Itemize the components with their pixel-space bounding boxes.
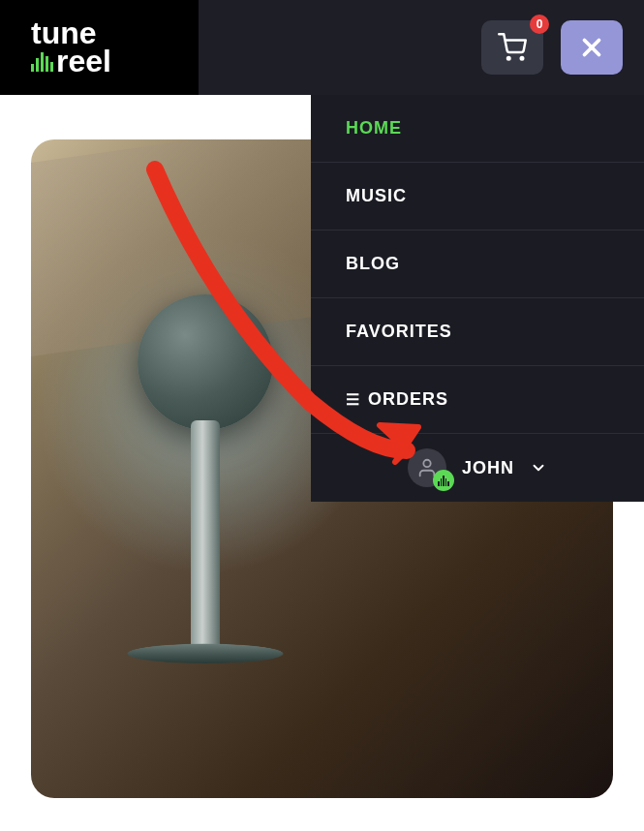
nav-label: MUSIC	[346, 186, 407, 206]
nav-item-orders[interactable]: ☰ ORDERS	[311, 366, 644, 434]
close-icon	[577, 33, 606, 62]
close-menu-button[interactable]	[561, 20, 623, 75]
nav-label: BLOG	[346, 254, 400, 274]
microphone-base	[120, 644, 290, 663]
nav-item-favorites[interactable]: FAVORITES	[311, 298, 644, 366]
brand-line2: reel	[56, 47, 111, 76]
chevron-down-icon	[530, 459, 547, 477]
nav-item-music[interactable]: MUSIC	[311, 163, 644, 231]
svg-point-4	[423, 460, 430, 467]
soundwave-badge-icon	[433, 470, 454, 491]
microphone-head	[138, 294, 273, 430]
cart-button[interactable]: 0	[481, 20, 543, 75]
nav-label: HOME	[346, 118, 402, 138]
avatar-container	[408, 448, 446, 487]
nav-item-home[interactable]: HOME	[311, 95, 644, 163]
microphone-stand	[191, 420, 220, 653]
cart-count-badge: 0	[530, 15, 549, 34]
nav-item-blog[interactable]: BLOG	[311, 231, 644, 298]
app-header: tune reel 0	[0, 0, 644, 95]
brand-logo[interactable]: tune reel	[31, 19, 111, 76]
nav-label: ORDERS	[368, 389, 448, 410]
user-name-label: JOHN	[462, 458, 514, 478]
navigation-menu: HOME MUSIC BLOG FAVORITES ☰ ORDERS JOHN	[311, 95, 644, 502]
logo-container: tune reel	[0, 0, 199, 95]
svg-point-1	[521, 57, 524, 60]
brand-line2-wrap: reel	[31, 47, 111, 76]
soundwave-icon	[31, 50, 53, 72]
svg-point-0	[507, 57, 510, 60]
user-menu-toggle[interactable]: JOHN	[311, 434, 644, 502]
cart-icon	[498, 33, 527, 62]
header-actions: 0	[481, 20, 644, 75]
list-icon: ☰	[346, 390, 360, 409]
nav-label: FAVORITES	[346, 322, 452, 342]
